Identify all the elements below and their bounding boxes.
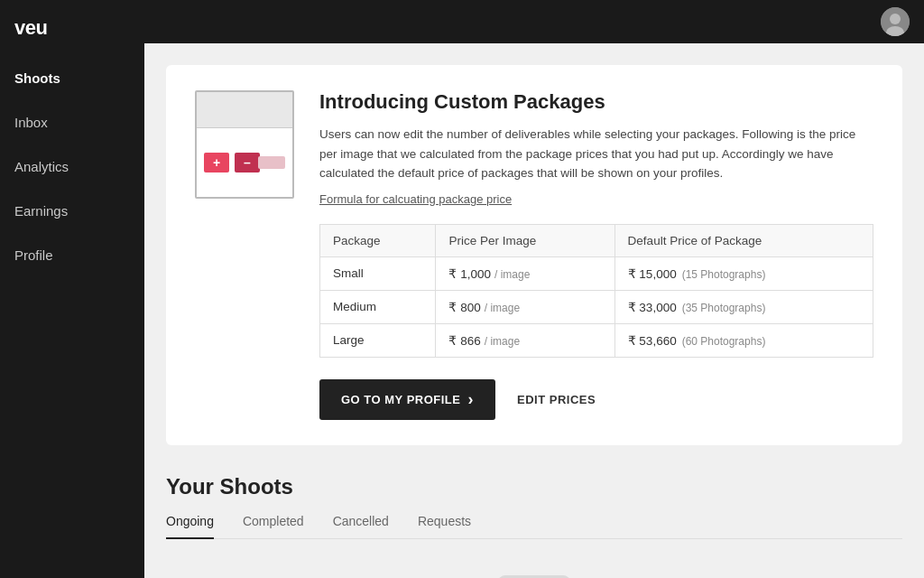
sidebar-item-earnings[interactable]: Earnings: [0, 189, 144, 233]
sidebar: veu Shoots Inbox Analytics Earnings Prof…: [0, 0, 144, 578]
go-to-profile-button[interactable]: GO TO MY PROFILE ›: [319, 379, 495, 420]
card-title: Introducing Custom Packages: [319, 90, 873, 114]
pkg-default-price: ₹ 15,000(15 Photographs): [614, 256, 873, 290]
illus-bottom: + –: [197, 128, 292, 197]
package-table: Package Price Per Image Default Price of…: [319, 224, 873, 358]
card-actions: GO TO MY PROFILE › EDIT PRICES: [319, 379, 873, 420]
svg-point-1: [890, 14, 901, 24]
pkg-price: ₹ 800/ image: [436, 290, 614, 323]
user-avatar[interactable]: [881, 7, 910, 36]
sidebar-item-analytics[interactable]: Analytics: [0, 144, 144, 189]
shoots-section: Your Shoots OngoingCompletedCancelledReq…: [166, 474, 902, 539]
sidebar-item-inbox[interactable]: Inbox: [0, 100, 144, 144]
arrow-right-icon: ›: [467, 390, 474, 409]
brand-logo: veu: [0, 0, 144, 56]
formula-link[interactable]: Formula for calcuating package price: [319, 192, 512, 206]
pkg-name: Small: [320, 256, 436, 290]
sidebar-item-shoots[interactable]: Shoots: [0, 56, 144, 100]
tab-requests[interactable]: Requests: [418, 514, 471, 539]
shoots-tabs: OngoingCompletedCancelledRequests: [166, 514, 902, 539]
illus-plus-btn: +: [204, 153, 229, 172]
tab-cancelled[interactable]: Cancelled: [333, 514, 389, 539]
table-row: Medium ₹ 800/ image ₹ 33,000(35 Photogra…: [320, 290, 873, 323]
col-default-price: Default Price of Package: [614, 224, 873, 256]
table-row: Small ₹ 1,000/ image ₹ 15,000(15 Photogr…: [320, 256, 873, 290]
tab-ongoing[interactable]: Ongoing: [166, 514, 214, 539]
card-content: Introducing Custom Packages Users can no…: [319, 90, 873, 420]
illus-bar: [258, 156, 285, 169]
illus-top: [197, 92, 292, 128]
pkg-default-price: ₹ 53,660(60 Photographs): [614, 323, 873, 357]
pkg-price: ₹ 1,000/ image: [436, 256, 614, 290]
topbar: [144, 0, 924, 43]
pkg-name: Medium: [320, 290, 436, 323]
package-illustration: + –: [195, 90, 294, 199]
sidebar-item-profile[interactable]: Profile: [0, 233, 144, 277]
edit-prices-button[interactable]: EDIT PRICES: [517, 393, 596, 406]
tab-completed[interactable]: Completed: [243, 514, 304, 539]
illus-minus-btn: –: [235, 153, 260, 172]
table-row: Large ₹ 866/ image ₹ 53,660(60 Photograp…: [320, 323, 873, 357]
card-description: Users can now edit the number of deliver…: [319, 125, 873, 183]
col-price-per-image: Price Per Image: [436, 224, 614, 256]
pkg-price: ₹ 866/ image: [436, 323, 614, 357]
col-package: Package: [320, 224, 436, 256]
pkg-default-price: ₹ 33,000(35 Photographs): [614, 290, 873, 323]
pkg-name: Large: [320, 323, 436, 357]
main-content: + – Introducing Custom Packages Users ca…: [144, 43, 924, 578]
custom-packages-card: + – Introducing Custom Packages Users ca…: [166, 65, 902, 445]
shoots-section-title: Your Shoots: [166, 474, 902, 499]
